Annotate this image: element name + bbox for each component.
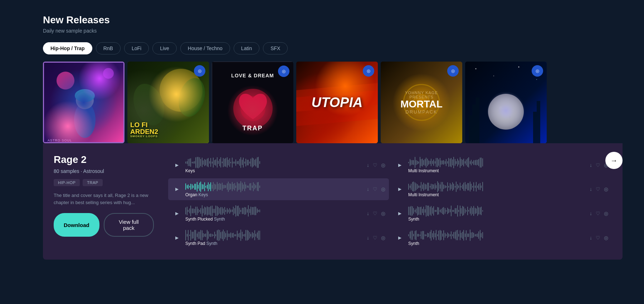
track-heart-button[interactable]: ♡ (596, 186, 600, 192)
track-heart-button[interactable]: ♡ (596, 162, 600, 168)
album-cover-mortal: YOHNNY KAGE PRESENTS MORTAL DRUMPACK ◎ (381, 62, 462, 143)
tab-rnb[interactable]: RnB (96, 42, 121, 54)
track-waveform-container: Organ Keys (185, 181, 363, 197)
svg-point-21 (493, 76, 494, 76)
track-heart-button[interactable]: ♡ (373, 211, 377, 216)
tab-lofi[interactable]: LoFi (124, 42, 149, 54)
love-dream-title: LOVE & DREAM (212, 73, 293, 78)
tracks-section: ▶Keys↓♡◎▶Organ Keys↓♡◎▶Synth Plucked Syn… (168, 154, 612, 249)
track-play-button[interactable]: ▶ (395, 184, 405, 194)
view-full-pack-button[interactable]: View full pack (104, 213, 154, 237)
svg-point-25 (499, 106, 503, 110)
album-cover-moon: ◎ (465, 62, 547, 143)
track-actions: ↓♡◎ (590, 235, 608, 241)
track-headphone-button[interactable]: ◎ (381, 211, 385, 216)
utopia-title-text: UTOPIA (312, 95, 363, 110)
track-label: Keys (185, 168, 363, 173)
detail-title: Rage 2 (54, 154, 154, 165)
svg-point-22 (518, 67, 519, 68)
track-heart-button[interactable]: ♡ (373, 235, 377, 241)
album-card-moon[interactable]: ◎ (465, 62, 547, 143)
track-label: Multi Instrument (408, 192, 586, 197)
track-headphone-button[interactable]: ◎ (381, 235, 385, 241)
album-cover-astrosoul: ASTRO SOUL (44, 63, 123, 142)
track-play-button[interactable]: ▶ (172, 184, 182, 194)
track-play-button[interactable]: ▶ (172, 208, 182, 218)
track-waveform-container: Synth Plucked Synth (185, 205, 363, 222)
track-heart-button[interactable]: ♡ (596, 235, 600, 241)
track-download-button[interactable]: ↓ (590, 186, 592, 192)
track-waveform (408, 157, 586, 168)
album-cover-love: LOVE & DREAM TRAP ◎ (212, 62, 293, 143)
track-row-right-0[interactable]: ▶Multi Instrument↓♡◎ (391, 154, 612, 176)
lofi-title-text: LO FIARDEN2 SMOKEY LOOPS (130, 121, 158, 138)
track-heart-button[interactable]: ♡ (596, 211, 600, 216)
detail-left: Rage 2 80 samples · Astrosoul HIP-HOP TR… (54, 154, 154, 249)
track-heart-button[interactable]: ♡ (373, 186, 377, 192)
svg-point-13 (240, 96, 265, 121)
love-trap-subtitle: TRAP (212, 125, 293, 132)
album-card-love[interactable]: LOVE & DREAM TRAP ◎ (212, 62, 293, 143)
track-waveform (408, 181, 586, 192)
svg-point-3 (74, 102, 96, 138)
track-headphone-button[interactable]: ◎ (604, 235, 608, 241)
svg-point-5 (75, 89, 95, 102)
play-icon-mortal[interactable]: ◎ (447, 65, 459, 77)
play-icon-utopia[interactable]: ◎ (363, 65, 374, 77)
action-buttons: Download View full pack (54, 213, 154, 237)
track-play-button[interactable]: ▶ (395, 233, 405, 243)
page-subtitle: Daily new sample packs (43, 28, 623, 34)
track-download-button[interactable]: ↓ (590, 235, 592, 241)
track-waveform (185, 157, 363, 168)
track-row-left-2[interactable]: ▶Synth Plucked Synth↓♡◎ (168, 202, 389, 225)
track-headphone-button[interactable]: ◎ (381, 186, 385, 192)
track-actions: ↓♡◎ (590, 186, 608, 192)
track-waveform-container: Multi Instrument (408, 181, 586, 197)
album-card-rage2[interactable]: ASTRO SOUL (43, 62, 125, 143)
track-download-button[interactable]: ↓ (367, 211, 369, 216)
detail-panel: Rage 2 80 samples · Astrosoul HIP-HOP TR… (43, 143, 623, 260)
track-waveform (185, 230, 363, 241)
track-play-button[interactable]: ▶ (172, 233, 182, 243)
tab-sfx[interactable]: SFX (263, 42, 288, 54)
track-row-right-3[interactable]: ▶Synth↓♡◎ (391, 227, 612, 249)
play-icon-moon[interactable]: ◎ (532, 65, 543, 77)
track-headphone-button[interactable]: ◎ (604, 186, 608, 192)
track-headphone-button[interactable]: ◎ (604, 211, 608, 216)
svg-point-2 (103, 68, 114, 79)
track-row-right-2[interactable]: ▶Synth↓♡◎ (391, 202, 612, 225)
track-row-left-1[interactable]: ▶Organ Keys↓♡◎ (168, 178, 389, 200)
tab-house-techno[interactable]: House / Techno (180, 42, 230, 54)
track-download-button[interactable]: ↓ (367, 235, 369, 241)
tag-hiphop: HIP-HOP (54, 179, 80, 186)
tab-live[interactable]: Live (152, 42, 177, 54)
download-button[interactable]: Download (54, 213, 99, 237)
track-play-button[interactable]: ▶ (395, 208, 405, 218)
track-label: Synth (408, 217, 586, 222)
track-actions: ↓♡◎ (367, 186, 385, 192)
track-row-right-1[interactable]: ▶Multi Instrument↓♡◎ (391, 178, 612, 200)
album-card-mortal[interactable]: YOHNNY KAGE PRESENTS MORTAL DRUMPACK ◎ (381, 62, 462, 143)
track-waveform (408, 205, 586, 217)
track-play-button[interactable]: ▶ (172, 160, 182, 170)
album-cover-utopia: UTOPIA ◎ (296, 62, 378, 143)
track-download-button[interactable]: ↓ (367, 186, 369, 192)
track-headphone-button[interactable]: ◎ (381, 162, 385, 168)
tab-hiphop-trap[interactable]: Hip-Hop / Trap (43, 42, 92, 54)
album-card-lofi[interactable]: LO FIARDEN2 SMOKEY LOOPS ◎ (127, 62, 209, 143)
track-label: Synth (408, 241, 586, 246)
track-row-left-3[interactable]: ▶Synth Pad Synth↓♡◎ (168, 227, 389, 249)
track-heart-button[interactable]: ♡ (373, 162, 377, 168)
svg-point-1 (57, 72, 74, 90)
track-label: Synth Pad Synth (185, 241, 363, 246)
next-arrow-button[interactable]: → (605, 152, 623, 169)
tab-latin[interactable]: Latin (234, 42, 259, 54)
track-download-button[interactable]: ↓ (590, 211, 592, 216)
albums-section: ASTRO SOUL (43, 62, 623, 260)
track-download-button[interactable]: ↓ (590, 162, 592, 168)
track-download-button[interactable]: ↓ (367, 162, 369, 168)
play-icon-lofi[interactable]: ◎ (194, 65, 205, 77)
track-row-left-0[interactable]: ▶Keys↓♡◎ (168, 154, 389, 176)
track-play-button[interactable]: ▶ (395, 160, 405, 170)
album-card-utopia[interactable]: UTOPIA ◎ (296, 62, 378, 143)
